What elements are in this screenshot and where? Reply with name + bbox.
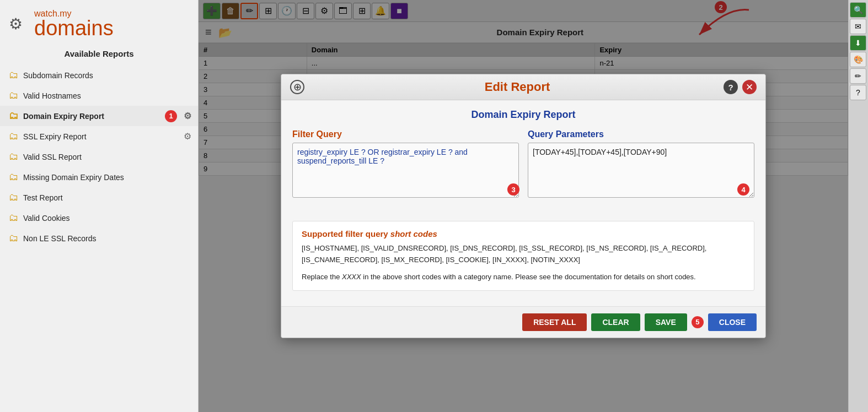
sidebar-item-domain-expiry-report[interactable]: 🗂 Domain Expiry Report 1 ⚙ (0, 106, 198, 126)
folder-icon: 🗂 (9, 110, 19, 122)
sidebar-item-subdomain-records[interactable]: 🗂 Subdomain Records (0, 65, 198, 85)
shortcodes-note-xxxx: XXXX (342, 273, 361, 281)
right-btn-search[interactable]: 🔍 (850, 2, 866, 18)
modal-title: Edit Report (311, 80, 724, 94)
folder-icon: 🗂 (9, 171, 19, 183)
sidebar-item-label: Test Report (23, 193, 63, 202)
reset-all-button[interactable]: RESET ALL (522, 313, 587, 331)
filter-query-section: Filter Query 3 (292, 129, 519, 212)
sidebar-item-valid-cookies[interactable]: 🗂 Valid Cookies (0, 208, 198, 228)
sidebar-item-label: Domain Expiry Report (23, 112, 104, 121)
sidebar-item-ssl-expiry-report[interactable]: 🗂 SSL Expiry Report ⚙ (0, 126, 198, 147)
modal-body: Domain Expiry Report Filter Query 3 Quer… (281, 100, 765, 306)
modal-add-button[interactable]: ⊕ (290, 80, 304, 94)
right-btn-edit[interactable]: ✏ (850, 68, 866, 84)
gear-icon-small[interactable]: ⚙ (184, 131, 191, 142)
query-params-label: Query Parameters (528, 129, 754, 139)
right-btn-download[interactable]: ⬇ (850, 35, 866, 51)
modal-report-name: Domain Expiry Report (292, 109, 754, 121)
filter-query-label: Filter Query (292, 129, 519, 139)
modal-help-button[interactable]: ? (724, 80, 738, 94)
query-params-textarea[interactable] (528, 143, 754, 198)
right-btn-mail[interactable]: ✉ (850, 19, 866, 34)
shortcodes-note: Replace the XXXX in the above short code… (302, 272, 745, 283)
folder-icon: 🗂 (9, 131, 19, 142)
sidebar-item-valid-ssl-report[interactable]: 🗂 Valid SSL Report (0, 147, 198, 167)
right-sidebar: 🔍 ✉ ⬇ 🎨 ✏ ? (848, 0, 868, 412)
close-button[interactable]: CLOSE (708, 313, 757, 331)
sidebar-item-label: Subdomain Records (23, 71, 93, 80)
modal-footer: RESET ALL CLEAR SAVE 5 CLOSE (281, 306, 765, 338)
main-area: ➕ 🗑 ✏ ⊞ 🕐 ⊟ ⚙ 🗔 ⊞ 🔔 ■ 2 ≡ 📂 Domain Expir… (199, 0, 848, 412)
shortcodes-note-suffix: in the above short codes with a category… (361, 273, 696, 281)
logo-domains: domains (34, 17, 114, 40)
modal-two-col: Filter Query 3 Query Parameters 4 (292, 129, 754, 212)
gear-icon: ⚙ (9, 15, 29, 35)
folder-icon: 🗂 (9, 192, 19, 203)
edit-report-modal: ⊕ Edit Report ? ✕ Domain Expiry Report F… (281, 74, 766, 338)
logo-text: watch.my domains (34, 9, 114, 40)
sidebar-item-missing-domain-expiry-dates[interactable]: 🗂 Missing Domain Expiry Dates (0, 167, 198, 187)
sidebar-item-label: Valid SSL Report (23, 153, 82, 161)
sidebar-item-valid-hostnames[interactable]: 🗂 Valid Hostnames (0, 85, 198, 106)
right-btn-help[interactable]: ? (850, 85, 866, 100)
shortcodes-title: Supported filter query short codes (302, 229, 745, 238)
sidebar-item-label: Non LE SSL Records (23, 234, 97, 243)
clear-button[interactable]: CLEAR (591, 313, 640, 331)
modal-header: ⊕ Edit Report ? ✕ (281, 74, 765, 100)
sidebar-item-non-le-ssl-records[interactable]: 🗂 Non LE SSL Records (0, 228, 198, 248)
sidebar-item-label: SSL Expiry Report (23, 132, 87, 141)
sidebar-item-label: Missing Domain Expiry Dates (23, 173, 124, 182)
shortcodes-list: [IS_HOSTNAME], [IS_VALID_DNSRECORD], [IS… (302, 243, 745, 266)
badge-1: 1 (165, 110, 177, 122)
sidebar-item-test-report[interactable]: 🗂 Test Report (0, 187, 198, 208)
shortcodes-section: Supported filter query short codes [IS_H… (292, 221, 754, 290)
shortcodes-note-prefix: Replace the (302, 273, 342, 281)
folder-icon: 🗂 (9, 232, 19, 244)
query-params-section: Query Parameters 4 (528, 129, 754, 212)
badge-5: 5 (692, 316, 704, 328)
folder-icon: 🗂 (9, 69, 19, 81)
folder-icon: 🗂 (9, 151, 19, 162)
sidebar: ⚙ watch.my domains Available Reports 🗂 S… (0, 0, 199, 412)
sidebar-item-label: Valid Cookies (23, 214, 70, 223)
sidebar-item-label: Valid Hostnames (23, 91, 81, 100)
modal-close-button[interactable]: ✕ (742, 80, 757, 94)
gear-icon-small[interactable]: ⚙ (184, 111, 191, 121)
modal-overlay: ⊕ Edit Report ? ✕ Domain Expiry Report F… (199, 0, 848, 412)
right-btn-palette[interactable]: 🎨 (850, 52, 866, 67)
folder-icon: 🗂 (9, 212, 19, 224)
shortcodes-title-text: Supported filter query short codes (302, 229, 437, 238)
logo-area: ⚙ watch.my domains (0, 0, 198, 45)
filter-query-textarea[interactable] (292, 143, 519, 198)
sidebar-title: Available Reports (0, 45, 198, 65)
save-button[interactable]: SAVE (645, 313, 687, 331)
folder-icon: 🗂 (9, 90, 19, 101)
